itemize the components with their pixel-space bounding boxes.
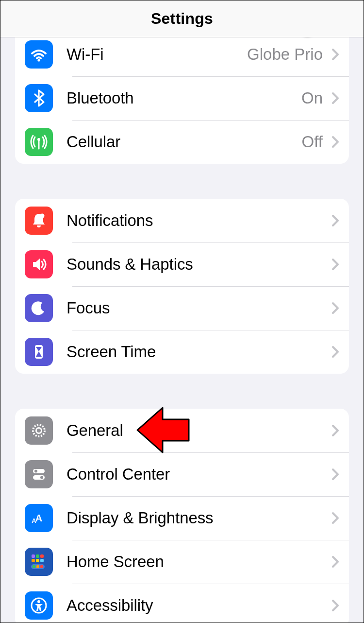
row-sounds-haptics[interactable]: Sounds & Haptics [15, 242, 349, 286]
svg-rect-17 [36, 559, 39, 562]
chevron-right-icon [331, 346, 339, 358]
row-label: Control Center [66, 465, 328, 484]
row-label: Accessibility [66, 596, 328, 615]
svg-point-10 [40, 476, 43, 479]
row-label: Wi-Fi [66, 45, 247, 64]
chevron-right-icon [331, 92, 339, 104]
svg-rect-15 [40, 554, 44, 558]
svg-point-0 [37, 59, 40, 61]
svg-point-3 [40, 214, 45, 218]
row-notifications[interactable]: Notifications [15, 199, 349, 242]
chevron-right-icon [331, 214, 339, 227]
svg-rect-22 [40, 565, 43, 568]
row-label: General [66, 421, 328, 440]
header: Settings [0, 0, 364, 37]
row-home-screen[interactable]: Home Screen [15, 540, 349, 584]
row-label: Home Screen [66, 553, 328, 571]
svg-rect-18 [40, 559, 44, 562]
home-screen-icon [25, 548, 53, 576]
chevron-right-icon [331, 48, 339, 61]
notifications-icon [25, 207, 53, 235]
row-screen-time[interactable]: Screen Time [15, 330, 349, 374]
control-center-icon [25, 460, 53, 488]
screen-time-icon [25, 338, 53, 366]
row-bluetooth[interactable]: Bluetooth On [15, 76, 349, 120]
svg-rect-21 [36, 565, 39, 568]
row-label: Sounds & Haptics [66, 255, 328, 274]
row-label: Notifications [66, 211, 328, 230]
row-value: On [301, 89, 323, 107]
row-cellular[interactable]: Cellular Off [15, 120, 349, 164]
group-system: General Control Center AA Display & Brig… [15, 409, 349, 623]
row-label: Screen Time [66, 343, 328, 361]
svg-point-8 [34, 470, 37, 473]
group-connectivity: Wi-Fi Globe Prio Bluetooth On Cellular O… [15, 37, 349, 164]
row-value: Off [302, 133, 323, 151]
row-accessibility[interactable]: Accessibility [15, 584, 349, 623]
svg-text:A: A [35, 513, 42, 523]
row-wifi[interactable]: Wi-Fi Globe Prio [15, 37, 349, 76]
chevron-right-icon [331, 468, 339, 481]
accessibility-icon [25, 591, 53, 620]
settings-scroll[interactable]: Wi-Fi Globe Prio Bluetooth On Cellular O… [0, 37, 364, 623]
row-control-center[interactable]: Control Center [15, 452, 349, 496]
cellular-icon [25, 128, 53, 156]
chevron-right-icon [331, 424, 339, 437]
chevron-right-icon [331, 136, 339, 148]
display-brightness-icon: AA [25, 504, 53, 532]
group-alerts: Notifications Sounds & Haptics Focus Scr… [15, 199, 349, 374]
page-title: Settings [151, 10, 213, 28]
wifi-icon [25, 40, 53, 69]
chevron-right-icon [331, 512, 339, 524]
row-label: Display & Brightness [66, 509, 328, 527]
chevron-right-icon [331, 302, 339, 314]
row-label: Bluetooth [66, 89, 301, 107]
row-value: Globe Prio [247, 45, 323, 64]
svg-point-2 [37, 138, 40, 141]
svg-rect-16 [32, 559, 35, 562]
chevron-right-icon [331, 555, 339, 568]
svg-rect-20 [33, 565, 35, 568]
svg-text:A: A [32, 517, 36, 524]
svg-rect-14 [36, 554, 39, 558]
chevron-right-icon [331, 599, 339, 612]
row-label: Focus [66, 299, 328, 317]
sounds-icon [25, 250, 53, 278]
focus-icon [25, 294, 53, 322]
chevron-right-icon [331, 258, 339, 271]
row-focus[interactable]: Focus [15, 286, 349, 330]
svg-point-6 [36, 428, 42, 433]
general-icon [25, 416, 53, 445]
svg-rect-13 [32, 554, 35, 558]
svg-point-5 [33, 425, 45, 436]
row-display-brightness[interactable]: AA Display & Brightness [15, 496, 349, 540]
row-general[interactable]: General [15, 409, 349, 452]
svg-point-24 [37, 600, 40, 603]
row-label: Cellular [66, 133, 302, 151]
bluetooth-icon [25, 84, 53, 112]
